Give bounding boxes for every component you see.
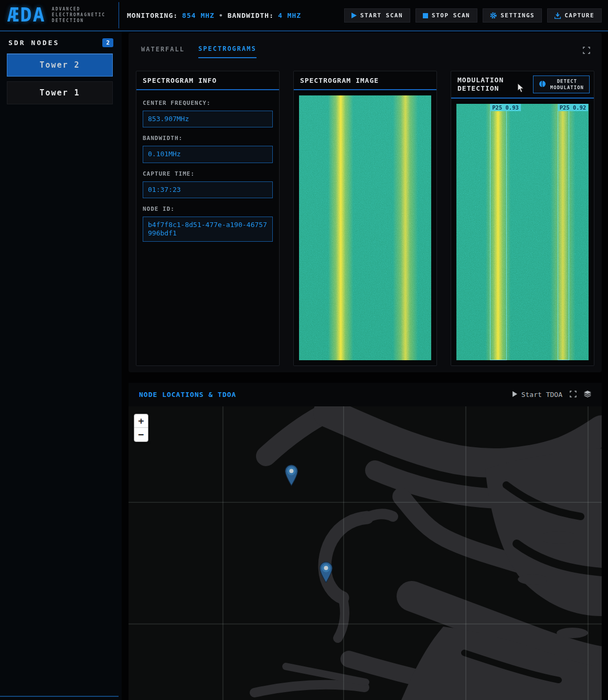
monitoring-value: 854 MHZ bbox=[182, 12, 215, 19]
bandwidth-field-label: BANDWIDTH: bbox=[143, 135, 273, 142]
tagline-line: DETECTION bbox=[52, 18, 105, 23]
modulation-detection-panel: MODULATION DETECTION DETECT MODULATION bbox=[451, 71, 594, 366]
settings-label: SETTINGS bbox=[500, 12, 535, 19]
map-landmass bbox=[129, 406, 602, 700]
sidebar: SDR NODES 2 Tower 2 Tower 1 bbox=[0, 31, 122, 700]
brain-icon bbox=[539, 80, 546, 89]
sidebar-title: SDR NODES bbox=[8, 39, 59, 47]
fullscreen-icon bbox=[570, 391, 577, 399]
sidebar-header: SDR NODES 2 bbox=[0, 31, 122, 53]
sidebar-bottom-accent bbox=[0, 696, 119, 697]
map-marker-tower[interactable] bbox=[319, 562, 333, 583]
panels-row: SPECTROGRAM INFO CENTER FREQUENCY: 853.9… bbox=[136, 71, 594, 366]
node-count-badge: 2 bbox=[102, 38, 113, 47]
map-marker-tower[interactable] bbox=[285, 465, 298, 486]
stop-scan-label: STOP SCAN bbox=[432, 12, 470, 19]
spectrogram-info-title: SPECTROGRAM INFO bbox=[136, 71, 279, 90]
separator-dot: • bbox=[219, 12, 223, 19]
detect-button-label: DETECT MODULATION bbox=[550, 78, 584, 91]
app-header: ÆDA ADVANCED ELECTROMAGNETIC DETECTION M… bbox=[0, 0, 608, 31]
sidebar-item-tower-1[interactable]: Tower 1 bbox=[7, 81, 113, 104]
modulation-title-line1: MODULATION bbox=[457, 76, 504, 84]
stop-scan-button[interactable]: STOP SCAN bbox=[415, 8, 477, 23]
start-tdoa-button[interactable]: Start TDOA bbox=[513, 391, 562, 399]
node-id-label: NODE ID: bbox=[143, 206, 273, 212]
capture-button[interactable]: CAPTURE bbox=[547, 8, 602, 23]
start-scan-label: START SCAN bbox=[360, 12, 403, 19]
spectrogram-image-panel: SPECTROGRAM IMAGE bbox=[293, 71, 437, 366]
capture-label: CAPTURE bbox=[564, 12, 594, 19]
header-separator bbox=[119, 2, 119, 28]
start-tdoa-label: Start TDOA bbox=[521, 391, 562, 399]
play-icon bbox=[351, 13, 357, 18]
node-id-value: b4f7f8c1-8d51-477e-a190-46757996bdf1 bbox=[143, 217, 273, 242]
stop-icon bbox=[423, 13, 428, 18]
capture-time-value: 01:37:23 bbox=[143, 181, 273, 198]
header-buttons: START SCAN STOP SCAN SETTINGS CAPTURE bbox=[344, 8, 602, 23]
mouse-cursor bbox=[517, 83, 525, 95]
detection-box bbox=[558, 104, 570, 360]
play-icon bbox=[513, 391, 517, 399]
detect-modulation-button[interactable]: DETECT MODULATION bbox=[533, 76, 590, 93]
capture-time-label: CAPTURE TIME: bbox=[143, 170, 273, 177]
settings-button[interactable]: SETTINGS bbox=[483, 8, 542, 23]
tdoa-card: NODE LOCATIONS & TDOA Start TDOA bbox=[129, 383, 602, 700]
gear-icon bbox=[490, 12, 497, 19]
spectrogram-info-panel: SPECTROGRAM INFO CENTER FREQUENCY: 853.9… bbox=[136, 71, 280, 366]
tab-bar: WATERFALL SPECTROGRAMS bbox=[141, 45, 257, 58]
fullscreen-icon[interactable] bbox=[583, 46, 590, 56]
zoom-out-button[interactable]: − bbox=[134, 428, 148, 441]
tagline-line: ELECTROMAGNETIC bbox=[52, 13, 105, 17]
spectrogram-noise bbox=[299, 95, 431, 360]
tagline-line: ADVANCED bbox=[52, 7, 105, 12]
spectrogram-image bbox=[299, 95, 431, 360]
modulation-spectrogram: P25 0.93 P25 0.92 bbox=[456, 104, 589, 360]
detection-label: P25 0.92 bbox=[558, 104, 589, 111]
monitoring-status: MONITORING: 854 MHZ • BANDWIDTH: 4 MHZ bbox=[127, 0, 301, 30]
layers-button[interactable] bbox=[584, 391, 591, 399]
app-logo: ÆDA bbox=[7, 4, 46, 26]
bandwidth-field-value: 0.101MHz bbox=[143, 146, 273, 163]
modulation-title: MODULATION DETECTION bbox=[457, 76, 504, 93]
detection-label: P25 0.93 bbox=[490, 104, 521, 111]
map-zoom-control: + − bbox=[134, 414, 148, 442]
spectrogram-image-title: SPECTROGRAM IMAGE bbox=[294, 71, 436, 90]
map-fullscreen-button[interactable] bbox=[570, 391, 577, 399]
zoom-in-button[interactable]: + bbox=[134, 414, 148, 428]
start-scan-button[interactable]: START SCAN bbox=[344, 8, 410, 23]
center-frequency-label: CENTER FREQUENCY: bbox=[143, 100, 273, 106]
tdoa-title: NODE LOCATIONS & TDOA bbox=[139, 391, 236, 399]
layers-icon bbox=[584, 391, 591, 399]
bandwidth-label: BANDWIDTH: bbox=[228, 12, 274, 19]
tdoa-map[interactable]: + − bbox=[129, 406, 602, 700]
logo-block: ÆDA ADVANCED ELECTROMAGNETIC DETECTION bbox=[7, 4, 105, 26]
tab-spectrograms[interactable]: SPECTROGRAMS bbox=[198, 45, 257, 58]
sidebar-item-tower-2[interactable]: Tower 2 bbox=[7, 53, 113, 77]
center-frequency-value: 853.907MHz bbox=[143, 111, 273, 127]
monitoring-label: MONITORING: bbox=[127, 12, 178, 19]
tdoa-header: NODE LOCATIONS & TDOA Start TDOA bbox=[129, 383, 602, 406]
app-tagline: ADVANCED ELECTROMAGNETIC DETECTION bbox=[52, 7, 105, 23]
modulation-title-line2: DETECTION bbox=[457, 84, 504, 93]
spectrogram-card: WATERFALL SPECTROGRAMS SPECTROGRAM INFO … bbox=[129, 33, 602, 372]
download-icon bbox=[554, 13, 561, 19]
detection-box bbox=[490, 104, 507, 360]
info-fields: CENTER FREQUENCY: 853.907MHz BANDWIDTH: … bbox=[136, 90, 279, 248]
tab-waterfall[interactable]: WATERFALL bbox=[141, 45, 185, 58]
bandwidth-value: 4 MHZ bbox=[278, 12, 301, 19]
tdoa-controls: Start TDOA bbox=[513, 391, 591, 399]
